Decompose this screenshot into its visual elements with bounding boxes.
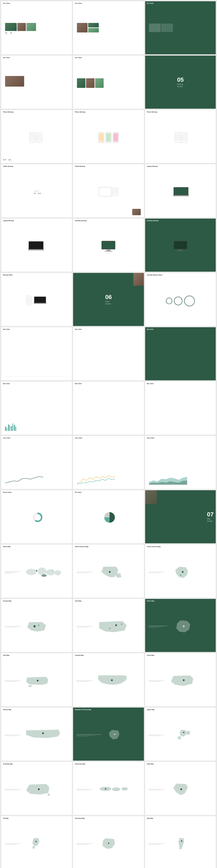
svg-point-13 — [182, 571, 183, 573]
line-chart-1 — [3, 438, 70, 487]
uk-content — [3, 834, 70, 851]
line-chart-2 — [75, 438, 142, 487]
slide-43: Australia Map — [1, 762, 72, 815]
text-line — [76, 843, 93, 844]
text-line — [76, 680, 93, 681]
stat-label: Years — [10, 34, 12, 35]
bar — [5, 427, 6, 431]
slide-11-title: Tablet Mockup — [75, 165, 85, 167]
pie-chart — [104, 512, 115, 523]
slide-28-title: Donut Chart — [3, 492, 11, 493]
slide-16-title: Mockup Slide — [3, 274, 12, 276]
korea-content — [75, 726, 142, 742]
indonesia-svg — [97, 783, 139, 796]
bars-horizontal-style — [149, 421, 151, 431]
text-lines — [149, 789, 168, 790]
slide-46-title: UK Map — [3, 817, 8, 819]
slide-5: Our Team — [73, 56, 144, 108]
phone-shape — [106, 132, 111, 143]
team-img — [86, 78, 95, 88]
text-line — [149, 790, 161, 790]
svg-point-9 — [41, 574, 47, 577]
text-line — [149, 843, 165, 844]
team-img — [149, 24, 160, 32]
slide-31-title: World Map — [3, 546, 10, 547]
team-img — [5, 23, 17, 31]
phone-screen — [27, 297, 31, 304]
text-line — [5, 681, 17, 682]
slide-30: 07 Map Section — [145, 490, 216, 543]
feasible-content — [166, 296, 195, 306]
slide-46: UK Map — [1, 816, 72, 868]
slide-40: Russia Map — [1, 708, 72, 761]
slide-42-title: Japan Map — [147, 709, 154, 710]
phone-shape — [98, 132, 104, 143]
svg-point-32 — [180, 788, 182, 790]
slide-2-title: Our Team — [75, 3, 82, 4]
russia-content — [3, 725, 70, 743]
phone-content — [30, 132, 44, 143]
team-images-5 — [77, 78, 104, 88]
phone-content-2 — [98, 132, 119, 143]
section-label: Mockup — [177, 83, 183, 85]
indonesia-content — [75, 780, 142, 797]
laptop-screen — [29, 241, 43, 249]
section-image — [133, 273, 144, 286]
bar — [12, 424, 13, 431]
bar-chart-4 — [3, 384, 70, 433]
slide-14-title: Desktop Mockup — [75, 220, 87, 221]
line-chart-svg-2 — [77, 474, 140, 485]
slide-10: Tablet Mockup 7.9K | 42,100 — [1, 164, 72, 217]
svg-point-29 — [112, 787, 120, 791]
text-line — [149, 789, 165, 789]
laptop-base — [173, 195, 189, 196]
svg-point-7 — [46, 569, 55, 575]
laptop-content — [172, 187, 188, 197]
section-label-07: Map — [207, 518, 214, 520]
bar-chart-1 — [3, 329, 70, 378]
pie-content — [101, 509, 116, 524]
text-line — [5, 572, 17, 572]
slide-27-title: Area Chart — [147, 437, 154, 439]
italy-svg — [169, 837, 210, 850]
asia-svg — [97, 620, 139, 633]
slide-15-title: Desktop Mockup — [147, 220, 159, 221]
world-map-content — [3, 563, 70, 579]
slide-6: 05 Mockup Section — [145, 56, 216, 108]
slide-45: India Map — [145, 762, 216, 815]
slide-17: 06 Chart Section — [73, 273, 144, 326]
text-lines — [149, 626, 171, 628]
slide-33-title: South America Map — [147, 546, 160, 547]
desktop-base — [105, 251, 112, 251]
phone-shape — [175, 132, 181, 143]
south-america-content — [147, 563, 214, 580]
bar-chart-3-dark — [147, 329, 214, 378]
laptop-screen — [174, 187, 188, 195]
laptop-base — [34, 303, 46, 304]
laptop-shape-2 — [29, 241, 43, 251]
text-line — [5, 627, 17, 627]
phone-shape — [36, 133, 42, 143]
uk-svg — [25, 837, 67, 850]
text-line — [76, 789, 93, 789]
slide-23: Bar Chart — [73, 381, 144, 435]
text-line — [149, 680, 165, 681]
tablet-content-2 — [99, 187, 118, 196]
slide-29-title: Pie Chart — [75, 492, 81, 493]
slide-21: Bar Chart — [145, 327, 216, 380]
stat-2: 5+ Years — [10, 32, 12, 35]
svg-point-17 — [115, 624, 117, 626]
slide-45-title: India Map — [147, 763, 154, 765]
text-lines — [76, 680, 96, 682]
phone-screen — [114, 133, 118, 141]
laptop-content-2 — [29, 241, 45, 251]
slide-39: China Map — [145, 653, 216, 706]
slide-3-title: Our Team — [147, 3, 154, 4]
japan-svg — [169, 728, 210, 741]
africa-svg — [172, 620, 207, 633]
slide-18: Feasible Market Share — [145, 273, 216, 326]
slide-1: Our Team 12 Members 5+ Years — [1, 1, 72, 54]
text-line — [5, 790, 17, 790]
section-text: 07 Map Section — [207, 512, 214, 522]
slide-47-title: Germany Map — [75, 817, 84, 819]
